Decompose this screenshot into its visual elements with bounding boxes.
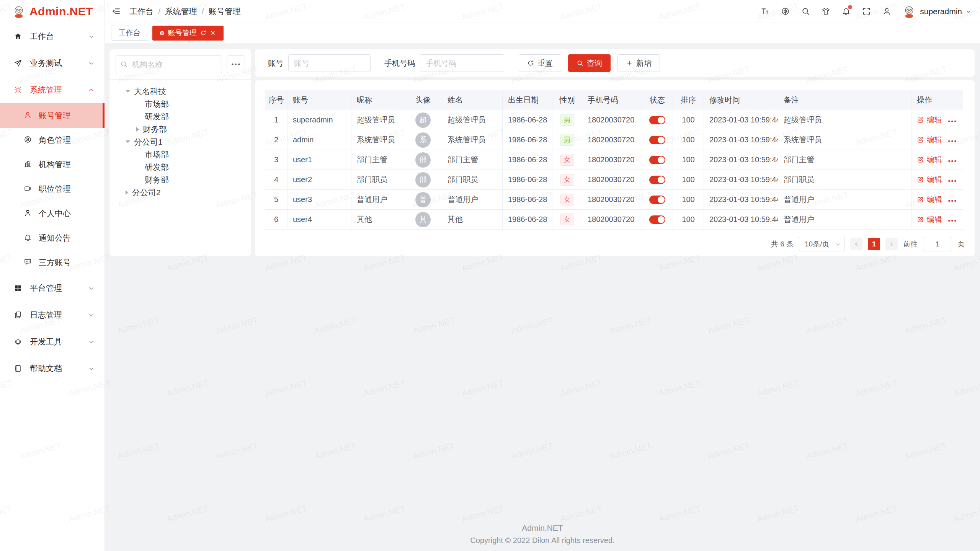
footer-copyright: Copyright © 2022 Dilon All rights reserv… xyxy=(105,536,980,545)
edit-button[interactable]: 编辑 xyxy=(917,155,942,165)
gear-icon xyxy=(14,85,23,95)
sidebar-item-dev-tools[interactable]: 开发工具 xyxy=(0,328,105,355)
reset-button[interactable]: 重置 xyxy=(519,54,561,72)
cell-avatar: 其 xyxy=(404,210,442,230)
sidebar-item-system-mgmt[interactable]: 系统管理 xyxy=(0,77,105,103)
tree-node-label: 市场部 xyxy=(145,99,169,109)
font-size-icon[interactable] xyxy=(760,7,770,16)
more-actions-button[interactable] xyxy=(948,140,956,142)
sidebar-item-platform-mgmt[interactable]: 平台管理 xyxy=(0,275,105,302)
column-header-mtime: 修改时间 xyxy=(704,90,778,110)
more-actions-button[interactable] xyxy=(948,180,956,182)
add-button[interactable]: 新增 xyxy=(617,54,660,72)
column-header-birth: 出生日期 xyxy=(503,90,552,110)
status-toggle[interactable] xyxy=(649,156,665,164)
sidebar-item-third-party-account[interactable]: 三方账号 xyxy=(0,250,105,275)
search-icon[interactable] xyxy=(800,7,810,16)
pagination: 共 6 条 10条/页 1 前往 页 xyxy=(265,232,965,256)
refresh-icon xyxy=(527,60,534,67)
sidebar-item-profile-center[interactable]: 个人中心 xyxy=(0,201,105,226)
refresh-icon[interactable] xyxy=(200,30,206,36)
search-button[interactable]: 查询 xyxy=(568,54,611,72)
next-page-button[interactable] xyxy=(885,238,898,250)
more-actions-button[interactable] xyxy=(948,200,956,202)
fullscreen-icon[interactable] xyxy=(861,7,871,16)
cell-mtime: 2023-01-03 10:59:44 xyxy=(704,150,778,170)
sidebar-item-business-test[interactable]: 业务测试 xyxy=(0,50,105,77)
caret-down-icon[interactable] xyxy=(126,90,130,93)
sidebar-item-position-mgmt[interactable]: 职位管理 xyxy=(0,177,105,201)
tree-node[interactable]: 分公司2 xyxy=(116,186,245,199)
table-row: 6user4其他其其他1986-06-28女180200307201002023… xyxy=(265,210,963,230)
notification-bell-icon[interactable] xyxy=(841,7,851,16)
avatar: 普 xyxy=(415,192,431,207)
edit-button[interactable]: 编辑 xyxy=(917,135,942,145)
app-logo[interactable]: Admin.NET xyxy=(0,0,105,23)
prev-page-button[interactable] xyxy=(850,238,862,250)
edit-button[interactable]: 编辑 xyxy=(917,214,942,225)
chevron-up-icon xyxy=(88,87,95,93)
sidebar-item-log-mgmt[interactable]: 日志管理 xyxy=(0,302,105,328)
cell-action: 编辑 xyxy=(911,110,963,130)
tab-account-mgmt[interactable]: 账号管理 xyxy=(152,26,224,41)
breadcrumb-item[interactable]: 账号管理 xyxy=(209,6,241,17)
sidebar-item-account-mgmt[interactable]: 账号管理 xyxy=(0,103,105,128)
tree-node[interactable]: 分公司1 xyxy=(116,135,245,148)
menu-fold-icon[interactable] xyxy=(111,7,121,16)
user-outline-icon[interactable] xyxy=(882,7,892,16)
language-icon[interactable] xyxy=(780,7,790,16)
tree-node[interactable]: 市场部 xyxy=(116,98,245,110)
tree-node-label: 市场部 xyxy=(145,149,169,160)
org-more-button[interactable] xyxy=(227,55,245,73)
notification-badge xyxy=(848,5,852,9)
tree-node[interactable]: 研发部 xyxy=(116,110,245,123)
caret-right-icon[interactable] xyxy=(126,190,128,195)
top-header: 工作台 / 系统管理 / 账号管理 xyxy=(105,0,980,23)
tree-node[interactable]: 市场部 xyxy=(116,148,245,161)
status-toggle[interactable] xyxy=(649,136,665,144)
close-icon[interactable] xyxy=(210,30,216,36)
sidebar-item-notice[interactable]: 通知公告 xyxy=(0,226,105,250)
user-menu[interactable]: superadmin xyxy=(902,4,972,19)
total-count: 共 6 条 xyxy=(771,239,794,249)
status-toggle[interactable] xyxy=(649,116,665,124)
search-icon xyxy=(120,60,128,68)
more-actions-button[interactable] xyxy=(948,121,956,122)
status-toggle[interactable] xyxy=(649,196,665,204)
tree-node-label: 分公司1 xyxy=(134,137,163,147)
tree-node[interactable]: 研发部 xyxy=(116,161,245,173)
edit-button[interactable]: 编辑 xyxy=(917,194,942,205)
table-row: 2admin系统管理员系系统管理员1986-06-28男180200307201… xyxy=(265,130,963,150)
page-number-button[interactable]: 1 xyxy=(868,238,880,250)
phone-label: 手机号码 xyxy=(384,58,415,68)
status-toggle[interactable] xyxy=(649,176,665,184)
theme-icon[interactable] xyxy=(821,7,831,16)
tree-node[interactable]: 财务部 xyxy=(116,173,245,186)
breadcrumb-item[interactable]: 系统管理 xyxy=(165,6,197,17)
page-size-select[interactable]: 10条/页 xyxy=(799,237,845,251)
more-actions-button[interactable] xyxy=(948,160,956,162)
sidebar-item-help-docs[interactable]: 帮助文档 xyxy=(0,355,105,382)
building-icon xyxy=(24,160,32,170)
tab-workbench[interactable]: 工作台 xyxy=(111,26,148,41)
tree-node[interactable]: 大名科技 xyxy=(116,85,245,98)
tree-node[interactable]: 财务部 xyxy=(116,123,245,135)
more-actions-button[interactable] xyxy=(948,220,956,222)
caret-right-icon[interactable] xyxy=(136,127,139,132)
sidebar-item-workbench[interactable]: 工作台 xyxy=(0,23,105,50)
org-search-input[interactable] xyxy=(116,55,222,73)
sidebar-item-role-mgmt[interactable]: 角色管理 xyxy=(0,128,105,152)
cell-birth: 1986-06-28 xyxy=(503,170,552,190)
edit-button[interactable]: 编辑 xyxy=(917,174,942,185)
tree-node-label: 财务部 xyxy=(145,174,169,185)
breadcrumb: 工作台 / 系统管理 / 账号管理 xyxy=(129,6,241,17)
tab-bar: 工作台 账号管理 xyxy=(105,23,980,43)
breadcrumb-item[interactable]: 工作台 xyxy=(129,6,154,17)
caret-down-icon[interactable] xyxy=(126,140,130,143)
phone-input[interactable] xyxy=(420,54,504,72)
sidebar-item-org-mgmt[interactable]: 机构管理 xyxy=(0,152,105,177)
account-input[interactable] xyxy=(288,54,371,72)
edit-button[interactable]: 编辑 xyxy=(917,115,942,125)
goto-page-input[interactable] xyxy=(923,237,952,251)
status-toggle[interactable] xyxy=(649,215,665,224)
